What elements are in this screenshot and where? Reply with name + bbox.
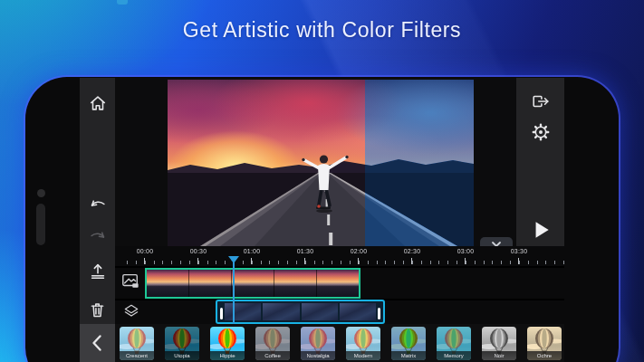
banner: Get Artistic with Color Filters [0,18,644,43]
filter-label: Nostalgia [301,351,335,360]
layers-track-icon [122,302,140,320]
export-button[interactable] [516,87,564,116]
playhead-notch [117,0,128,5]
filter-clip-thumbnail [340,303,376,320]
filter-item-coffee[interactable]: Coffee [255,327,290,360]
filter-item-matrix[interactable]: Matrix [391,327,426,360]
video-thumbnail [274,270,317,297]
cool-filter-overlay [365,80,474,246]
preview-frame [168,80,474,246]
filter-clip-thumbnail [263,303,299,320]
media-track-icon [120,272,140,290]
phone-speaker-slot [36,204,45,245]
filter-clip-selected[interactable] [216,300,385,324]
ruler-timestamp: 01:30 [290,248,321,254]
home-icon [88,93,108,113]
redo-button[interactable] [80,223,115,250]
video-preview [115,78,516,246]
filter-clip-thumbnail [302,303,338,320]
filter-clip-thumbnail [225,303,261,320]
filter-label: Hippie [210,351,245,360]
ruler-ticks-major [144,258,548,264]
filter-label: Utopia [165,351,199,360]
ruler-timestamp: 00:30 [183,248,214,254]
video-thumbnail [147,270,189,297]
layers-track-button[interactable] [119,300,144,322]
ruler-timestamp: 03:30 [504,248,534,254]
play-icon [529,217,553,243]
timeline: 00:00 00:30 01:00 01:30 02:00 02:30 03:0… [115,246,564,324]
ruler-timestamp: 02:30 [397,248,428,254]
clip-trim-handle-left[interactable] [220,308,223,319]
undo-button[interactable] [80,191,115,218]
settings-button[interactable] [516,118,564,147]
filter-item-modern[interactable]: Modern [346,327,380,360]
ruler-timestamp: 00:00 [130,248,160,254]
play-button[interactable] [516,215,564,244]
filter-label: Modern [346,351,380,360]
settings-gear-icon [531,122,551,142]
back-button[interactable] [80,329,115,357]
playhead[interactable] [233,258,235,324]
video-clip[interactable] [145,268,360,299]
playhead-handle[interactable] [228,256,239,263]
filter-label: Matrix [391,351,426,360]
filter-label: Memory [437,351,471,360]
filter-item-memory[interactable]: Memory [437,327,471,360]
clip-trim-handle-right[interactable] [378,308,380,319]
video-thumbnail [189,270,232,297]
promo-screenshot: Get Artistic with Color Filters [0,0,644,362]
filter-label: Ochre [527,351,562,360]
ruler-timestamp: 01:00 [236,248,267,254]
ruler-timestamp: 02:00 [343,248,374,254]
phone-camera-dot [37,189,45,197]
redo-icon [88,226,108,246]
filter-item-utopia[interactable]: Utopia [165,327,199,360]
chevron-left-icon [87,332,109,354]
filter-label: Noir [482,351,516,360]
home-button[interactable] [80,90,115,117]
media-track-button[interactable] [118,270,143,291]
page-title: Get Artistic with Color Filters [0,18,644,43]
produce-button[interactable] [80,258,115,285]
filter-item-ochre[interactable]: Ochre [527,327,562,360]
filter-item-noir[interactable]: Noir [482,327,516,360]
delete-button[interactable] [80,296,115,323]
filter-label: Coffee [255,351,290,360]
video-thumbnail [232,270,274,297]
undo-icon [88,195,108,214]
export-icon [530,91,552,111]
filter-item-nostalgia[interactable]: Nostalgia [301,327,335,360]
ruler-timestamp: 03:00 [450,248,481,254]
video-thumbnail [317,270,359,297]
filter-label: Crescent [120,351,154,360]
trash-icon [88,300,107,319]
filter-item-hippie[interactable]: Hippie [210,327,245,360]
produce-upload-icon [88,262,108,281]
filter-item-crescent[interactable]: Crescent [120,327,154,360]
